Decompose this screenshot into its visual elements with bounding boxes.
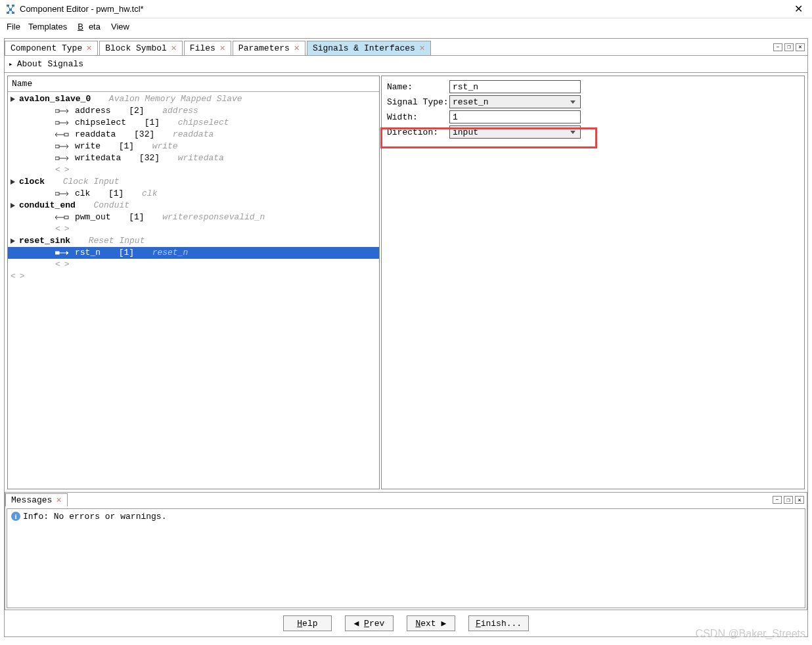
tab-messages[interactable]: Messages✕ — [5, 493, 68, 506]
signal-row[interactable]: readdata [32] readdata — [8, 129, 379, 141]
interface-name: avalon_slave_0 — [19, 93, 91, 105]
direction-label: Direction: — [387, 127, 449, 137]
menu-templates[interactable]: Templates — [26, 20, 70, 33]
tab-signals-interfaces[interactable]: Signals & Interfaces✕ — [307, 41, 431, 55]
direction-select[interactable] — [449, 125, 581, 139]
tab-close-icon[interactable]: ✕ — [219, 45, 225, 52]
add-signal[interactable]: <> — [8, 259, 379, 271]
panel-minimize-icon[interactable]: – — [773, 43, 782, 51]
width-input[interactable] — [449, 110, 581, 123]
expand-icon[interactable] — [11, 97, 15, 102]
svg-rect-4 — [12, 12, 14, 14]
footer-buttons: Help ◀ Prev Next ▶ Finish... — [5, 610, 807, 636]
name-input[interactable] — [449, 80, 581, 93]
about-signals-label: About Signals — [17, 59, 83, 69]
signal-name: write — [75, 141, 101, 152]
width-label: Width: — [387, 112, 449, 122]
signal-type: write — [152, 141, 178, 152]
signals-tree-pane: Name avalon_slave_0 Avalon Memory Mapped… — [7, 76, 380, 489]
svg-rect-0 — [7, 5, 9, 7]
panel-restore-icon[interactable]: ❐ — [784, 496, 793, 504]
tab-close-icon[interactable]: ✕ — [419, 45, 425, 52]
signal-width: [2] — [129, 105, 144, 117]
panel-close-icon[interactable]: ✕ — [795, 496, 804, 504]
menu-beta[interactable]: Beta — [72, 20, 106, 33]
finish-button[interactable]: Finish... — [468, 615, 529, 631]
tab-close-icon[interactable]: ✕ — [171, 45, 177, 52]
svg-rect-7 — [64, 133, 68, 136]
interface-node[interactable]: reset_sink Reset Input — [8, 235, 379, 247]
signal-type: readdata — [173, 129, 214, 141]
message-text: Info: No errors or warnings. — [23, 512, 166, 522]
signal-name: clk — [75, 188, 90, 200]
svg-rect-8 — [55, 145, 59, 148]
messages-body: iInfo: No errors or warnings. — [7, 508, 805, 608]
help-button[interactable]: Help — [283, 615, 332, 631]
interface-desc: Clock Input — [63, 176, 120, 188]
tab-close-icon[interactable]: ✕ — [86, 45, 92, 52]
tab-block-symbol[interactable]: Block Symbol✕ — [99, 41, 183, 55]
signal-direction-icon — [55, 131, 71, 139]
signal-name: pwm_out — [75, 211, 111, 223]
add-interface[interactable]: <> — [8, 271, 379, 282]
interface-desc: Reset Input — [89, 235, 145, 247]
next-button[interactable]: Next ▶ — [407, 615, 455, 631]
signal-row[interactable]: chipselect [1] chipselect — [8, 117, 379, 129]
signal-width: [32] — [134, 129, 154, 141]
panel-restore-icon[interactable]: ❐ — [784, 43, 794, 51]
svg-rect-3 — [7, 12, 9, 14]
tab-parameters[interactable]: Parameters✕ — [233, 41, 305, 55]
svg-rect-9 — [55, 157, 59, 160]
signals-tree[interactable]: avalon_slave_0 Avalon Memory Mapped Slav… — [8, 92, 379, 284]
interface-node[interactable]: clock Clock Input — [8, 176, 379, 188]
interface-name: conduit_end — [19, 200, 76, 211]
expand-icon[interactable] — [11, 238, 15, 244]
properties-pane: Name: Signal Type: Width: Direction: — [381, 76, 805, 489]
signal-row[interactable]: address [2] address — [8, 105, 379, 117]
svg-rect-6 — [55, 122, 59, 124]
signal-row[interactable]: writedata [32] writedata — [8, 152, 379, 164]
add-signal[interactable]: <> — [8, 223, 379, 235]
signal-direction-icon — [55, 190, 71, 198]
interface-name: reset_sink — [19, 235, 70, 247]
signal-type: reset_n — [152, 247, 189, 259]
signal-direction-icon — [55, 213, 71, 221]
content-area: Component Type✕ Block Symbol✕ Files✕ Par… — [4, 38, 808, 637]
expand-icon[interactable] — [11, 179, 15, 185]
chevron-right-icon: ▸ — [9, 60, 13, 68]
signal-type-select[interactable] — [449, 95, 581, 108]
panel-minimize-icon[interactable]: – — [773, 496, 782, 504]
signal-width: [32] — [139, 152, 160, 164]
interface-desc: Conduit — [93, 200, 129, 211]
tab-close-icon[interactable]: ✕ — [56, 497, 62, 504]
add-signal[interactable]: <> — [8, 164, 379, 176]
prev-button[interactable]: ◀ Prev — [345, 615, 394, 631]
signal-direction-icon — [55, 119, 71, 127]
about-signals-toggle[interactable]: ▸ About Signals — [5, 56, 807, 73]
signal-type: writeresponsevalid_n — [162, 211, 265, 223]
panel-close-icon[interactable]: ✕ — [796, 43, 805, 51]
menu-view[interactable]: View — [108, 20, 132, 33]
signal-row[interactable]: write [1] write — [8, 141, 379, 152]
signal-direction-icon — [55, 143, 71, 150]
expand-icon[interactable] — [11, 203, 15, 208]
signal-row[interactable]: pwm_out [1] writeresponsevalid_n — [8, 211, 379, 223]
tab-close-icon[interactable]: ✕ — [294, 45, 300, 52]
signal-width: [1] — [119, 247, 134, 259]
signal-direction-icon — [55, 107, 71, 115]
close-icon[interactable]: ✕ — [790, 3, 807, 15]
interface-node[interactable]: avalon_slave_0 Avalon Memory Mapped Slav… — [8, 93, 379, 105]
watermark: CSDN @Baker_Streets — [696, 628, 805, 640]
tabstrip: Component Type✕ Block Symbol✕ Files✕ Par… — [5, 39, 807, 56]
tab-component-type[interactable]: Component Type✕ — [5, 41, 98, 55]
titlebar: Component Editor - pwm_hw.tcl* ✕ — [0, 0, 812, 18]
tab-files[interactable]: Files✕ — [184, 41, 231, 55]
signal-row[interactable]: rst_n [1] reset_n — [8, 247, 379, 259]
svg-rect-5 — [55, 110, 59, 112]
interface-name: clock — [19, 176, 45, 188]
signal-width: [1] — [108, 188, 124, 200]
interface-node[interactable]: conduit_end Conduit — [8, 200, 379, 211]
signal-row[interactable]: clk [1] clk — [8, 188, 379, 200]
menu-file[interactable]: File — [4, 20, 23, 33]
svg-rect-10 — [55, 192, 59, 195]
